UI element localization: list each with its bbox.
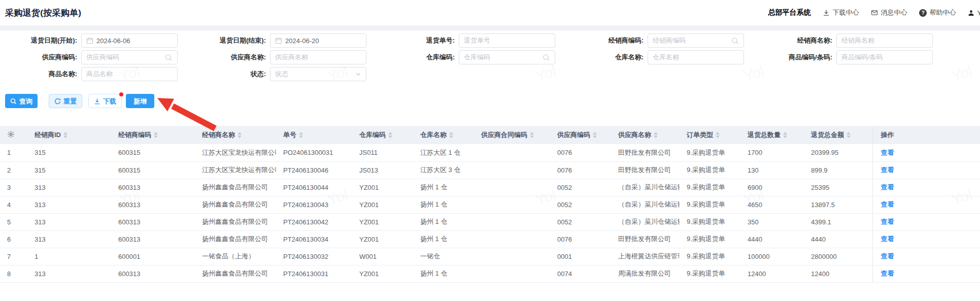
view-link[interactable]: 查看 (881, 270, 894, 277)
cell: 899.9 (804, 161, 872, 179)
cell: 扬州鑫鑫食品有限公司 (195, 213, 276, 230)
supplier-name-input[interactable]: 供应商名称 (270, 50, 366, 64)
column-header[interactable]: 经销商编码 (111, 126, 195, 144)
warehouse-code-input[interactable]: 仓库编码 (459, 50, 555, 64)
column-label: 单号 (283, 130, 296, 140)
dealer-name-input[interactable]: 经销商名称 (836, 34, 933, 48)
download-icon (823, 9, 830, 16)
cell (474, 248, 550, 265)
menu-message-center[interactable]: 消息中心 (871, 8, 907, 17)
row-index: 8 (0, 265, 27, 282)
column-header[interactable]: 经销商名称 (195, 126, 276, 144)
cell: 20399.95 (804, 144, 872, 161)
column-header[interactable]: 订单类型 (680, 126, 740, 144)
cell: 600315 (111, 161, 195, 179)
filter-field-warehouse-name: 仓库名称:仓库名称 (577, 50, 765, 64)
reset-button[interactable]: 重置 (49, 94, 82, 108)
status-input[interactable]: 状态 (270, 67, 366, 81)
cell: 扬州 1 仓 (413, 265, 474, 282)
view-link[interactable]: 查看 (881, 200, 894, 208)
toolbar: 查询 重置 下载 新增 (0, 94, 980, 108)
cell: 一铭食品（上海） (195, 248, 276, 265)
cell: YZ001 (352, 196, 413, 213)
view-link[interactable]: 查看 (881, 252, 894, 260)
cell: 6900 (740, 179, 804, 196)
download-icon (94, 98, 100, 105)
cell: 313 (27, 179, 111, 196)
column-settings-gear-icon[interactable] (0, 126, 27, 144)
cell: JS013 (352, 161, 413, 179)
refresh-icon (54, 98, 61, 105)
row-index: 4 (0, 196, 27, 213)
cell: 313 (27, 196, 111, 213)
download-button[interactable]: 下载 (88, 94, 122, 108)
supplier-code-input[interactable]: 供应商编码 (81, 50, 178, 64)
cell: YZ001 (352, 230, 413, 248)
add-button[interactable]: 新增 (126, 94, 154, 108)
cell: 9.采购退货单 (680, 196, 740, 213)
view-link[interactable]: 查看 (881, 166, 894, 174)
cell: 扬州鑫鑫食品有限公司 (195, 179, 276, 196)
button-label: 查询 (19, 98, 32, 105)
view-link[interactable]: 查看 (881, 183, 894, 191)
table-header-row: 经销商ID经销商编码经销商名称单号仓库编码仓库名称供应商合同编码供应商编码供应商… (0, 126, 980, 144)
warehouse-name-input[interactable]: 仓库名称 (648, 50, 744, 64)
cell: 0076 (550, 144, 611, 161)
cell: PO24061300031 (276, 144, 352, 161)
action-cell: 查看 (872, 144, 980, 161)
menu-help-center[interactable]: ? 帮助中心 (919, 8, 956, 17)
product-name-input[interactable]: 商品名称 (81, 67, 178, 81)
column-header[interactable]: 仓库编码 (352, 126, 413, 144)
cell: 9.采购退货单 (680, 265, 740, 282)
column-header[interactable]: 仓库名称 (413, 126, 474, 144)
sort-icon (154, 132, 158, 138)
column-header[interactable]: 供应商合同编码 (474, 126, 550, 144)
cell: 田野批发有限公司 (611, 144, 680, 161)
column-label: 仓库编码 (359, 130, 386, 140)
menu-download-center[interactable]: 下载中心 (823, 8, 859, 17)
input-placeholder: 商品名称 (86, 70, 173, 79)
dealer-code-input[interactable]: 经销商编码 (648, 34, 744, 48)
table-row: 6313600313扬州鑫鑫食品有限公司PT2406130034YZ001扬州 … (0, 230, 980, 248)
input-placeholder: 经销商编码 (653, 36, 728, 45)
sort-icon (530, 132, 534, 138)
filter-row: 商品名称:商品名称状态:状态 (10, 67, 980, 81)
product-code-barcode-input[interactable]: 商品编码/条码 (836, 50, 933, 64)
column-header[interactable]: 供应商名称 (611, 126, 680, 144)
table-row: 1315600315江苏大区宝龙快运有限公司PO24061300031JS011… (0, 144, 980, 161)
row-index: 7 (0, 248, 27, 265)
cell: 扬州鑫鑫食品有限公司 (195, 265, 276, 282)
topbar: 采购退货(按采购单) 总部平台系统 下载中心 消息中心 ? 帮助中心 Yol (0, 0, 980, 25)
cell: 600313 (111, 230, 195, 248)
cell: 扬州鑫鑫食品有限公司 (195, 230, 276, 248)
data-table-wrap: 经销商ID经销商编码经销商名称单号仓库编码仓库名称供应商合同编码供应商编码供应商… (0, 126, 980, 283)
filter-label: 仓库名称: (577, 53, 648, 62)
cell (474, 179, 550, 196)
row-index: 2 (0, 161, 27, 179)
view-link[interactable]: 查看 (881, 235, 894, 243)
menu-user[interactable]: Yol (968, 9, 980, 17)
filter-field-product-name: 商品名称:商品名称 (10, 67, 199, 81)
filter-label: 状态: (199, 70, 270, 79)
column-header[interactable]: 供应商编码 (550, 126, 611, 144)
cell: PT2406130042 (276, 213, 352, 230)
cell: YZ001 (352, 179, 413, 196)
view-link[interactable]: 查看 (881, 149, 894, 156)
return-date-end-input[interactable]: 2024-06-20 (270, 34, 366, 48)
column-header[interactable]: 单号 (276, 126, 352, 144)
return-date-start-input[interactable]: 2024-06-06 (81, 34, 178, 48)
sort-icon (847, 132, 851, 138)
cell (474, 265, 550, 282)
calendar-icon (86, 37, 93, 44)
view-link[interactable]: 查看 (881, 218, 894, 225)
column-header[interactable]: 退货总数量 (740, 126, 804, 144)
return-order-no-input[interactable]: 退货单号 (459, 34, 555, 48)
table-row: 5313600313扬州鑫鑫食品有限公司PT2406130042YZ001扬州 … (0, 213, 980, 230)
cell: PT2406130046 (276, 161, 352, 179)
cell: YZ001 (352, 265, 413, 282)
column-header[interactable]: 退货总金额 (804, 126, 872, 144)
query-button[interactable]: 查询 (5, 94, 38, 108)
cell: 江苏大区宝龙快运有限公司 (195, 161, 276, 179)
action-cell: 查看 (872, 265, 980, 282)
column-header[interactable]: 经销商ID (27, 126, 111, 144)
